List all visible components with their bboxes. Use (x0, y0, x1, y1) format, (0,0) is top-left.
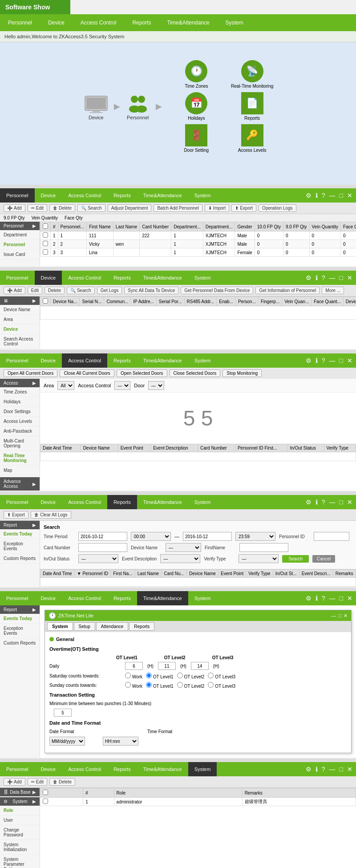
dnav-reports[interactable]: Reports (107, 271, 137, 285)
settings-icon[interactable]: ⚙ (304, 356, 313, 365)
export-btn[interactable]: ⬆ Export (4, 511, 28, 519)
verify-type-select[interactable]: — (239, 554, 279, 563)
sidebar-item-personnel[interactable]: Personnel (0, 240, 40, 250)
sun-work-radio[interactable] (125, 682, 131, 688)
get-logs-btn[interactable]: Get Logs (97, 287, 122, 294)
personnel-id-input[interactable] (314, 532, 349, 541)
help-icon[interactable]: ? (320, 594, 327, 603)
help-icon[interactable]: ? (320, 498, 327, 507)
add-btn[interactable]: ➕ Add (4, 287, 25, 294)
settings-icon[interactable]: ⚙ (304, 765, 313, 774)
inout-select[interactable]: — (78, 554, 118, 563)
close-icon[interactable]: ✕ (346, 356, 354, 365)
rnav-ta[interactable]: Time&Attendance (137, 495, 188, 509)
acnav-personnel[interactable]: Personnel (0, 353, 35, 368)
get-info-btn[interactable]: Get Information of Personnel (255, 287, 320, 294)
sun-ot2-radio[interactable] (177, 682, 183, 688)
op-logs-button[interactable]: Operation Logs (259, 204, 296, 212)
sysnav-personnel[interactable]: Personnel (0, 762, 35, 776)
rnav-access[interactable]: Access Control (62, 495, 107, 509)
dnav-personnel[interactable]: Personnel (0, 271, 35, 285)
sidebar-access-levels[interactable]: Access Levels (0, 417, 40, 426)
sysnav-access[interactable]: Access Control (62, 762, 107, 776)
nav-personnel[interactable]: Personnel (0, 14, 40, 31)
ta-tab-system[interactable]: System (47, 622, 73, 631)
tanav-reports[interactable]: Reports (107, 591, 137, 605)
sidebar-item-department[interactable]: Department (0, 230, 40, 240)
tanav-personnel[interactable]: Personnel (0, 591, 35, 605)
settings-icon[interactable]: ⚙ (304, 273, 313, 282)
acnav-system[interactable]: System (188, 353, 217, 368)
daily-ot1-input[interactable] (125, 662, 143, 670)
info-icon[interactable]: ℹ (314, 765, 319, 774)
help-icon[interactable]: ? (320, 273, 327, 282)
table-row[interactable]: 1 1 111 222 1 XJMTECH Male 0 0 0 0 (40, 231, 356, 240)
sidebar-expand-icon[interactable]: ▶ (32, 223, 36, 228)
pnav-personnel[interactable]: Personnel (0, 188, 35, 203)
table-row[interactable]: 3 3 Lina 1 XJMTECH Female 0 0 0 0 (40, 248, 356, 257)
rnav-personnel[interactable]: Personnel (0, 495, 35, 509)
delete-btn[interactable]: Delete (44, 287, 65, 294)
dnav-access[interactable]: Access Control (62, 271, 107, 285)
info-icon[interactable]: ℹ (314, 191, 319, 200)
door-select[interactable]: — (148, 381, 164, 390)
maximize-icon[interactable]: □ (338, 191, 344, 200)
sidebar-map[interactable]: Map (0, 466, 40, 475)
sidebar-multi-card[interactable]: Multi-Card Opening (0, 436, 40, 451)
nav-system[interactable]: System (217, 14, 251, 31)
daily-ot2-input[interactable] (158, 662, 176, 670)
pnav-system[interactable]: System (188, 188, 217, 203)
sync-all-btn[interactable]: Sync All Data To Device (124, 287, 178, 294)
help-icon[interactable]: ? (320, 765, 327, 774)
pnav-access[interactable]: Access Control (62, 188, 107, 203)
more-btn[interactable]: More ... (322, 287, 344, 294)
sidebar-door-settings[interactable]: Door Settings (0, 407, 40, 417)
rnav-reports[interactable]: Reports (107, 495, 137, 509)
nav-access-control[interactable]: Access Control (73, 14, 125, 31)
sys-delete-btn[interactable]: 🗑 Delete (49, 778, 75, 786)
adjust-dept-button[interactable]: Adjust Department (108, 204, 152, 212)
pnav-device[interactable]: Device (35, 188, 62, 203)
dnav-device[interactable]: Device (35, 271, 62, 285)
close-selected-btn[interactable]: Close Selected Doors (170, 369, 221, 377)
info-icon[interactable]: ℹ (314, 356, 319, 365)
min-value-input[interactable] (54, 709, 72, 717)
help-icon[interactable]: ? (320, 356, 327, 365)
close-icon[interactable]: ✕ (346, 498, 354, 507)
sidebar-ta-custom[interactable]: Custom Reports (0, 638, 40, 648)
popup-close[interactable]: ✕ (344, 613, 348, 619)
sat-ot1-radio[interactable] (146, 673, 152, 678)
time-from-hm-select[interactable]: 00:00 (131, 532, 171, 541)
maximize-icon[interactable]: □ (338, 498, 344, 507)
sat-work-radio[interactable] (125, 673, 131, 678)
sidebar-ta-exception[interactable]: Exception Events (0, 624, 40, 638)
sidebar-expand-icon[interactable]: ▶ (32, 298, 36, 303)
card-number-input[interactable] (78, 543, 127, 552)
close-icon[interactable]: ✕ (346, 273, 354, 282)
time-to-input[interactable] (183, 532, 232, 541)
edit-btn[interactable]: Edit (28, 287, 42, 294)
minimize-icon[interactable]: — (328, 191, 337, 200)
row-check[interactable] (40, 248, 51, 257)
dnav-system[interactable]: System (188, 271, 217, 285)
sidebar-expand-icon2[interactable]: ▶ (32, 799, 36, 804)
maximize-icon[interactable]: □ (338, 356, 344, 365)
sidebar-expand-icon[interactable]: ▶ (32, 790, 36, 795)
minimize-icon[interactable]: — (328, 273, 337, 282)
acnav-reports[interactable]: Reports (107, 353, 137, 368)
sysnav-reports[interactable]: Reports (107, 762, 137, 776)
sidebar-sys-init[interactable]: System Initialization (0, 840, 40, 855)
open-all-btn[interactable]: Open All Current Doors (4, 369, 57, 377)
event-desc-select[interactable]: — (160, 554, 200, 563)
row-check[interactable] (40, 798, 83, 806)
close-all-btn[interactable]: Close All Current Doors (60, 369, 114, 377)
area-select[interactable]: All (57, 381, 74, 390)
sidebar-device-name[interactable]: Device Name (0, 305, 40, 315)
sys-add-btn[interactable]: ➕ Add (4, 778, 25, 786)
sidebar-anti-passback[interactable]: Anti-Passback (0, 426, 40, 436)
sidebar-expand-icon[interactable]: ▶ (32, 381, 36, 385)
acnav-ta[interactable]: Time&Attendance (137, 353, 188, 368)
ta-tab-reports[interactable]: Reports (129, 622, 154, 631)
get-personnel-btn[interactable]: Get Personnel Data From Device (181, 287, 253, 294)
row-check[interactable] (40, 231, 51, 240)
